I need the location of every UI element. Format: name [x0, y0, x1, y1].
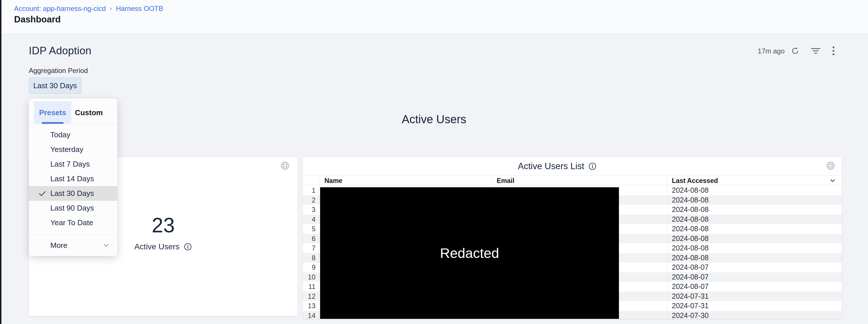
table-title-row: Active Users List — [303, 161, 812, 172]
row-index-cell: 2 — [303, 195, 315, 205]
dashboard-page: Account: app-harness-ng-cicd › Harness O… — [0, 0, 868, 324]
active-users-label: Active Users — [134, 242, 180, 251]
tab-presets-label: Presets — [39, 108, 66, 117]
row-index-cell: 7 — [303, 243, 315, 253]
more-options-button[interactable] — [828, 45, 839, 57]
tab-presets[interactable]: Presets — [34, 101, 71, 124]
collapsed-nav-edge — [0, 0, 1, 324]
kebab-icon — [832, 46, 835, 56]
preset-option[interactable]: Today — [29, 128, 117, 142]
breadcrumb-current-link[interactable]: Harness OOTB — [116, 5, 163, 13]
row-index-cell: 13 — [303, 301, 315, 311]
preset-option[interactable]: Year To Date — [29, 215, 117, 230]
last-accessed-cell: 2024-07-30 — [672, 311, 709, 319]
breadcrumb-account-link[interactable]: Account: app-harness-ng-cicd — [14, 5, 106, 13]
last-accessed-cell: 2024-08-07 — [672, 272, 709, 282]
preset-option[interactable]: Last 30 Days — [29, 186, 117, 201]
info-icon[interactable] — [588, 162, 597, 171]
preset-option[interactable]: Yesterday — [29, 142, 117, 157]
filter-icon — [811, 47, 820, 55]
preset-option-label: Last 7 Days — [50, 160, 90, 169]
tab-custom[interactable]: Custom — [71, 101, 106, 124]
table-title: Active Users List — [518, 161, 584, 172]
column-header-email[interactable]: Email — [497, 176, 514, 186]
check-icon — [38, 189, 46, 198]
last-accessed-cell: 2024-07-31 — [672, 301, 709, 311]
last-updated-text: 17m ago — [731, 47, 784, 55]
last-accessed-cell: 2024-08-08 — [672, 186, 709, 195]
last-accessed-cell: 2024-07-31 — [672, 292, 709, 301]
refresh-button[interactable] — [789, 45, 801, 57]
last-accessed-cell: 2024-08-08 — [672, 205, 709, 215]
preset-option-label: Yesterday — [50, 145, 84, 154]
column-divider — [667, 176, 668, 319]
row-index-cell: 3 — [303, 205, 315, 215]
globe-icon — [280, 160, 290, 171]
tabs-divider — [29, 124, 117, 124]
last-accessed-cell: 2024-08-08 — [672, 253, 709, 263]
preset-option-label: Today — [50, 131, 70, 139]
globe-icon — [826, 160, 836, 171]
last-accessed-cell: 2024-08-08 — [672, 215, 709, 224]
info-icon[interactable] — [184, 243, 192, 251]
row-index-cell: 5 — [303, 224, 315, 234]
preset-option[interactable]: Last 7 Days — [29, 157, 117, 172]
preset-option-label: Last 90 Days — [50, 204, 94, 213]
row-index-cell: 11 — [303, 282, 315, 292]
last-accessed-cell: 2024-08-07 — [672, 262, 709, 272]
active-users-list-card: Active Users List Name Email Last Access… — [303, 157, 842, 319]
last-accessed-cell: 2024-08-08 — [672, 224, 709, 234]
more-label: More — [50, 241, 67, 250]
breadcrumb-separator: › — [110, 5, 112, 12]
row-index-cell: 10 — [303, 272, 315, 282]
more-menu-item[interactable]: More — [29, 235, 117, 256]
row-index-cell: 6 — [303, 234, 315, 244]
row-index-cell: 14 — [303, 311, 315, 319]
preset-option[interactable]: Last 14 Days — [29, 172, 117, 186]
row-index-cell: 12 — [303, 292, 315, 301]
aggregation-period-button[interactable]: Last 30 Days — [29, 78, 82, 94]
dashboard-title: IDP Adoption — [29, 45, 91, 57]
preset-option[interactable]: Last 90 Days — [29, 201, 117, 215]
last-accessed-cell: 2024-08-08 — [672, 234, 709, 244]
row-index-cell: 9 — [303, 262, 315, 272]
tab-custom-label: Custom — [75, 108, 103, 117]
column-header-name[interactable]: Name — [324, 176, 343, 186]
table-header-row: Name Email Last Accessed — [303, 176, 842, 185]
breadcrumb: Account: app-harness-ng-cicd › Harness O… — [14, 5, 163, 13]
aggregation-period-label: Aggregation Period — [29, 67, 88, 75]
filter-button[interactable] — [810, 45, 822, 57]
last-accessed-cell: 2024-08-07 — [672, 282, 709, 292]
redacted-label: Redacted — [440, 245, 499, 261]
preset-list: TodayYesterdayLast 7 DaysLast 14 DaysLas… — [29, 128, 117, 230]
preset-option-label: Last 30 Days — [50, 189, 94, 198]
page-title: Dashboard — [14, 14, 61, 25]
section-title: Active Users — [0, 113, 868, 126]
sort-chevron-down-icon[interactable] — [829, 177, 836, 184]
row-index-cell: 8 — [303, 253, 315, 263]
row-index-cell: 4 — [303, 215, 315, 224]
last-accessed-cell: 2024-08-08 — [672, 195, 709, 205]
page-header: Account: app-harness-ng-cicd › Harness O… — [1, 0, 868, 33]
column-header-last-accessed[interactable]: Last Accessed — [672, 176, 718, 186]
row-index-cell: 1 — [303, 186, 315, 195]
aggregation-period-value: Last 30 Days — [33, 81, 77, 90]
preset-option-label: Year To Date — [50, 218, 93, 227]
preset-option-label: Last 14 Days — [50, 174, 94, 183]
period-dropdown-panel: Presets Custom TodayYesterdayLast 7 Days… — [29, 99, 117, 256]
last-accessed-cell: 2024-08-08 — [672, 243, 709, 253]
redacted-overlay: Redacted — [320, 187, 619, 319]
chevron-down-icon — [102, 241, 111, 250]
column-divider — [319, 176, 319, 319]
refresh-icon — [790, 46, 800, 56]
